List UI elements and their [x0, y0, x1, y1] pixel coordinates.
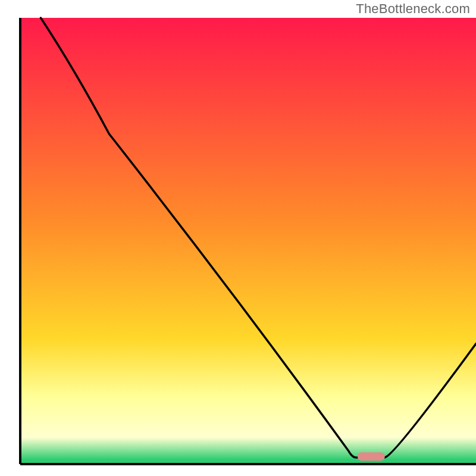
- gradient-background: [20, 18, 476, 464]
- optimal-marker: [358, 452, 385, 461]
- bottleneck-chart: [0, 0, 476, 476]
- chart-container: TheBottleneck.com: [0, 0, 476, 476]
